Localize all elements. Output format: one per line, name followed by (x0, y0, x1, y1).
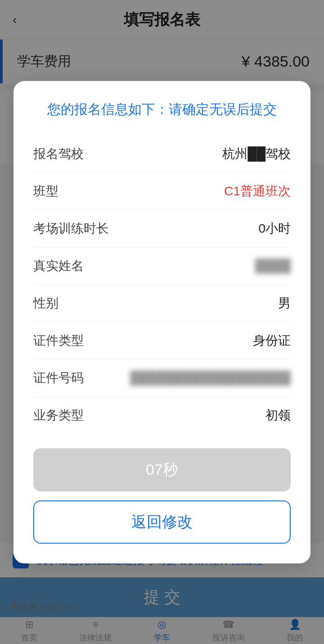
info-row-label: 证件号码 (33, 369, 84, 387)
info-row-label: 真实姓名 (33, 257, 84, 275)
info-row-label: 班型 (33, 183, 58, 200)
info-row-value: 身份证 (253, 332, 291, 349)
info-row-value: 初领 (266, 407, 291, 424)
info-row-label: 性别 (33, 295, 58, 312)
info-row: 业务类型初领 (33, 397, 291, 434)
info-row-value: 0小时 (258, 220, 291, 237)
info-row-value: ████ (255, 259, 291, 273)
info-row-value: C1普通班次 (224, 183, 291, 200)
info-row-value: 杭州██驾校 (222, 145, 291, 162)
back-modify-button[interactable]: 返回修改 (33, 500, 291, 544)
info-row-value: 男 (278, 295, 291, 312)
info-row: 班型C1普通班次 (33, 173, 291, 210)
modal-overlay: 您的报名信息如下：请确定无误后提交 报名驾校杭州██驾校班型C1普通班次考场训练… (0, 0, 324, 644)
info-row: 报名驾校杭州██驾校 (33, 135, 291, 173)
info-row: 证件类型身份证 (33, 322, 291, 360)
info-row-value: ██████████████████ (130, 371, 291, 385)
info-rows: 报名驾校杭州██驾校班型C1普通班次考场训练时长0小时真实姓名████性别男证件… (33, 135, 291, 434)
info-row-label: 考场训练时长 (33, 220, 109, 237)
info-row: 真实姓名████ (33, 248, 291, 285)
info-row: 考场训练时长0小时 (33, 210, 291, 248)
info-row: 证件号码██████████████████ (33, 360, 291, 397)
countdown-button[interactable]: 07秒 (33, 448, 291, 491)
info-row-label: 业务类型 (33, 407, 84, 424)
modal-title: 您的报名信息如下：请确定无误后提交 (33, 99, 291, 119)
info-row: 性别男 (33, 285, 291, 322)
info-row-label: 报名驾校 (33, 145, 84, 162)
modal-dialog: 您的报名信息如下：请确定无误后提交 报名驾校杭州██驾校班型C1普通班次考场训练… (14, 81, 310, 563)
info-row-label: 证件类型 (33, 332, 84, 349)
